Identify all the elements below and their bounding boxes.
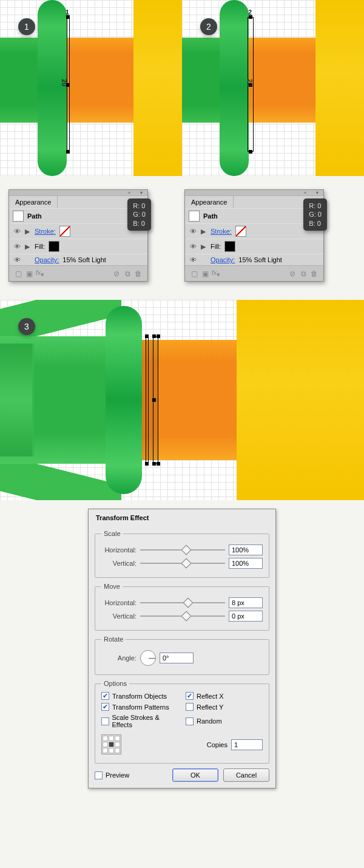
cancel-button[interactable]: Cancel bbox=[223, 768, 269, 782]
opacity-label[interactable]: Opacity: bbox=[211, 256, 235, 263]
clear-icon[interactable]: ⊘ bbox=[111, 270, 122, 278]
scale-vertical-label: Vertical: bbox=[101, 560, 136, 567]
path-label: Path bbox=[27, 212, 42, 220]
canvas-step-2[interactable]: 2 2 20 bbox=[182, 0, 364, 176]
scale-vertical-input[interactable] bbox=[229, 558, 263, 569]
stroke-label[interactable]: Stroke: bbox=[35, 228, 56, 235]
thumbnail-swatch[interactable] bbox=[13, 211, 24, 222]
appearance-panel[interactable]: «▾ Appearance Path 👁 ▶ Stroke: 👁 bbox=[184, 189, 324, 282]
ok-button[interactable]: OK bbox=[172, 768, 218, 782]
trash-icon[interactable]: 🗑 bbox=[133, 270, 144, 278]
transform-patterns-checkbox[interactable]: ✔Transform Patterns bbox=[101, 703, 178, 711]
preview-checkbox[interactable]: Preview bbox=[95, 771, 129, 779]
reflect-x-checkbox[interactable]: ✔Reflect X bbox=[186, 692, 263, 700]
yellow-block bbox=[315, 0, 364, 176]
fill-swatch[interactable] bbox=[224, 241, 235, 252]
scale-legend: Scale bbox=[101, 530, 123, 537]
dimension-height: 20 bbox=[246, 79, 254, 86]
rgb-tooltip: R: 0 G: 0 B: 0 bbox=[303, 198, 327, 231]
move-horizontal-input[interactable] bbox=[229, 597, 263, 608]
step-badge-2: 2 bbox=[200, 18, 217, 35]
reference-point-grid[interactable] bbox=[101, 734, 121, 754]
move-vertical-input[interactable] bbox=[229, 611, 263, 622]
disclosure-triangle-icon[interactable]: ▶ bbox=[201, 243, 207, 251]
transform-effect-dialog: Transform Effect Scale Horizontal: Verti… bbox=[88, 509, 276, 788]
opacity-value: 15% Soft Light bbox=[62, 256, 106, 263]
panel-collapse-icon[interactable]: « bbox=[126, 190, 133, 195]
visibility-toggle-icon[interactable]: 👁 bbox=[13, 243, 21, 250]
move-group: Move Horizontal: Vertical: bbox=[95, 583, 269, 631]
fill-label: Fill: bbox=[211, 243, 221, 250]
selection-handle[interactable] bbox=[145, 334, 149, 338]
stroke-swatch[interactable] bbox=[59, 226, 70, 237]
dimension-height: 20 bbox=[61, 79, 68, 86]
clear-icon[interactable]: ⊘ bbox=[287, 270, 298, 278]
angle-label: Angle: bbox=[101, 654, 136, 662]
selection-handle[interactable] bbox=[66, 150, 70, 154]
appearance-panel[interactable]: «▾ Appearance Path 👁 ▶ Stroke: 👁 bbox=[8, 189, 148, 282]
opacity-value: 15% Soft Light bbox=[238, 256, 282, 263]
fill-swatch[interactable] bbox=[49, 241, 59, 252]
angle-dial[interactable] bbox=[140, 650, 156, 666]
scale-horizontal-input[interactable] bbox=[229, 544, 263, 555]
panel-menu-icon[interactable]: ▾ bbox=[138, 190, 145, 195]
scale-group: Scale Horizontal: Vertical: bbox=[95, 530, 269, 578]
selection-handle[interactable] bbox=[152, 398, 156, 402]
visibility-toggle-icon[interactable]: 👁 bbox=[13, 256, 21, 263]
fx-menu-icon[interactable]: fx▾ bbox=[35, 268, 46, 279]
appearance-tab[interactable]: Appearance bbox=[185, 196, 234, 208]
visibility-toggle-icon[interactable]: 👁 bbox=[189, 256, 197, 263]
angle-input[interactable] bbox=[160, 653, 194, 663]
selection-handle[interactable] bbox=[157, 334, 160, 338]
panel-collapse-icon[interactable]: « bbox=[302, 190, 309, 195]
canvas-step-3[interactable]: 3 bbox=[0, 300, 364, 500]
new-art-basic-icon[interactable]: ▢ bbox=[13, 270, 24, 278]
new-art-layers-icon[interactable]: ▣ bbox=[24, 270, 35, 278]
options-legend: Options bbox=[101, 680, 129, 687]
appearance-tab[interactable]: Appearance bbox=[9, 196, 58, 208]
disclosure-triangle-icon[interactable]: ▶ bbox=[25, 228, 31, 236]
options-group: Options ✔Transform Objects ✔Reflect X ✔T… bbox=[95, 680, 269, 764]
new-art-layers-icon[interactable]: ▣ bbox=[200, 270, 211, 278]
move-horizontal-slider[interactable] bbox=[140, 598, 225, 607]
selection-handle[interactable] bbox=[145, 462, 149, 466]
selection-handle[interactable] bbox=[249, 150, 252, 154]
random-checkbox[interactable]: Random bbox=[186, 714, 263, 728]
visibility-toggle-icon[interactable]: 👁 bbox=[13, 228, 21, 235]
stroke-swatch[interactable] bbox=[235, 226, 246, 237]
transform-objects-checkbox[interactable]: ✔Transform Objects bbox=[101, 692, 178, 700]
visibility-toggle-icon[interactable]: 👁 bbox=[189, 243, 197, 250]
rotate-group: Rotate Angle: bbox=[95, 636, 269, 675]
duplicate-icon[interactable]: ⧉ bbox=[122, 270, 133, 278]
rotate-legend: Rotate bbox=[101, 636, 126, 643]
canvas-step-1[interactable]: 1 1 20 bbox=[0, 0, 182, 176]
panel-menu-icon[interactable]: ▾ bbox=[314, 190, 321, 195]
scale-horizontal-label: Horizontal: bbox=[101, 546, 136, 554]
green-rim bbox=[220, 0, 249, 176]
scale-vertical-slider[interactable] bbox=[140, 559, 225, 568]
selection-rect[interactable] bbox=[146, 336, 149, 464]
yellow-block bbox=[133, 0, 182, 176]
trash-icon[interactable]: 🗑 bbox=[309, 270, 320, 278]
move-vertical-slider[interactable] bbox=[140, 612, 225, 620]
green-rim bbox=[106, 306, 142, 494]
thumbnail-swatch[interactable] bbox=[189, 211, 200, 222]
fx-menu-icon[interactable]: fx▾ bbox=[211, 268, 221, 279]
new-art-basic-icon[interactable]: ▢ bbox=[189, 270, 200, 278]
fill-label: Fill: bbox=[35, 243, 45, 250]
disclosure-triangle-icon[interactable]: ▶ bbox=[201, 228, 207, 236]
visibility-toggle-icon[interactable]: 👁 bbox=[189, 228, 197, 235]
scale-strokes-checkbox[interactable]: Scale Strokes & Effects bbox=[101, 714, 178, 728]
green-pipe-inner bbox=[0, 344, 34, 456]
selection-handle[interactable] bbox=[152, 462, 156, 466]
selection-handle[interactable] bbox=[152, 334, 156, 338]
selection-handle[interactable] bbox=[157, 462, 160, 466]
stroke-label[interactable]: Stroke: bbox=[211, 228, 232, 235]
yellow-block bbox=[237, 300, 364, 500]
reflect-y-checkbox[interactable]: Reflect Y bbox=[186, 703, 263, 711]
scale-horizontal-slider[interactable] bbox=[140, 546, 225, 554]
duplicate-icon[interactable]: ⧉ bbox=[298, 270, 309, 278]
disclosure-triangle-icon[interactable]: ▶ bbox=[25, 243, 31, 251]
opacity-label[interactable]: Opacity: bbox=[35, 256, 59, 263]
copies-input[interactable] bbox=[231, 739, 263, 750]
